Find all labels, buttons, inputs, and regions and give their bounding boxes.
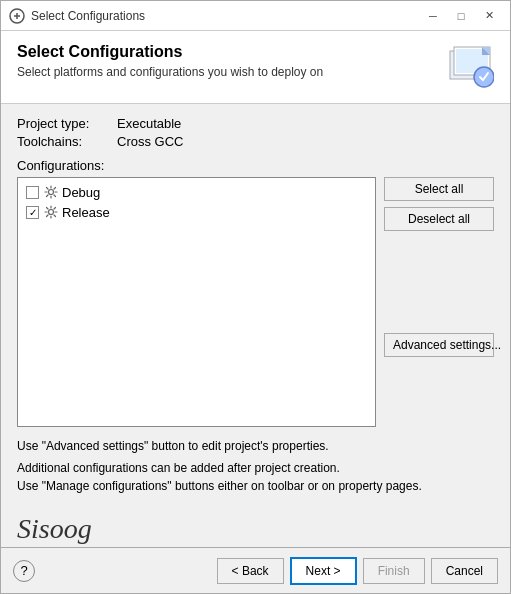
app-icon: [9, 8, 25, 24]
footer: ? < Back Next > Finish Cancel: [1, 547, 510, 593]
header-section: Select Configurations Select platforms a…: [1, 31, 510, 104]
deselect-all-button[interactable]: Deselect all: [384, 207, 494, 231]
config-item-debug[interactable]: Debug: [22, 182, 371, 202]
notice-2: Additional configurations can be added a…: [17, 459, 494, 495]
configurations-area: Debug Release Select all Deselect: [17, 177, 494, 427]
toolchains-label: Toolchains:: [17, 134, 117, 149]
notice-1: Use "Advanced settings" button to edit p…: [17, 437, 494, 455]
next-button[interactable]: Next >: [290, 557, 357, 585]
debug-checkbox[interactable]: [26, 186, 39, 199]
toolchains-value: Cross GCC: [117, 134, 183, 149]
back-button[interactable]: < Back: [217, 558, 284, 584]
finish-button: Finish: [363, 558, 425, 584]
page-title: Select Configurations: [17, 43, 323, 61]
release-gear-icon: [43, 204, 59, 220]
svg-point-10: [49, 210, 54, 215]
maximize-button[interactable]: □: [448, 6, 474, 26]
svg-point-9: [49, 190, 54, 195]
close-button[interactable]: ✕: [476, 6, 502, 26]
debug-label: Debug: [62, 185, 100, 200]
select-all-button[interactable]: Select all: [384, 177, 494, 201]
window-controls: ─ □ ✕: [420, 6, 502, 26]
header-icon: [446, 43, 494, 91]
advanced-settings-button[interactable]: Advanced settings...: [384, 333, 494, 357]
release-label: Release: [62, 205, 110, 220]
cancel-button[interactable]: Cancel: [431, 558, 498, 584]
toolchains-row: Toolchains: Cross GCC: [17, 134, 494, 149]
project-type-label: Project type:: [17, 116, 117, 131]
main-window: Select Configurations ─ □ ✕ Select Confi…: [0, 0, 511, 594]
release-checkbox[interactable]: [26, 206, 39, 219]
debug-gear-icon: [43, 184, 59, 200]
project-type-row: Project type: Executable: [17, 116, 494, 131]
help-button[interactable]: ?: [13, 560, 35, 582]
project-type-value: Executable: [117, 116, 181, 131]
page-subtitle: Select platforms and configurations you …: [17, 65, 323, 79]
title-bar: Select Configurations ─ □ ✕: [1, 1, 510, 31]
watermark: Sisoog: [1, 507, 510, 547]
notice-area: Use "Advanced settings" button to edit p…: [17, 437, 494, 495]
config-item-release[interactable]: Release: [22, 202, 371, 222]
title-bar-text: Select Configurations: [31, 9, 420, 23]
config-action-buttons: Select all Deselect all Advanced setting…: [384, 177, 494, 357]
minimize-button[interactable]: ─: [420, 6, 446, 26]
configurations-label: Configurations:: [17, 158, 494, 173]
configurations-list[interactable]: Debug Release: [17, 177, 376, 427]
header-text: Select Configurations Select platforms a…: [17, 43, 323, 79]
content-area: Project type: Executable Toolchains: Cro…: [1, 104, 510, 507]
